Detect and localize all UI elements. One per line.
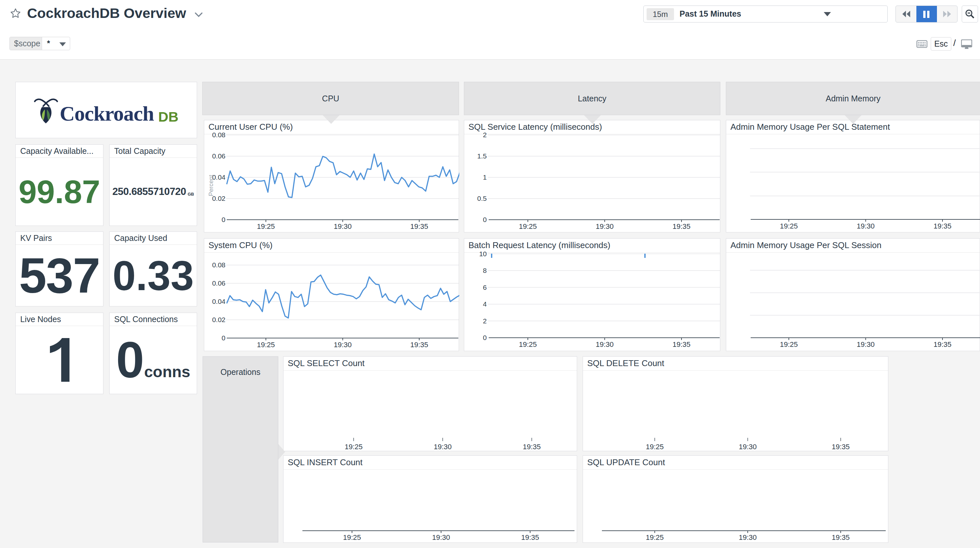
svg-text:19:25: 19:25	[257, 222, 275, 230]
svg-text:19:25: 19:25	[519, 222, 537, 230]
svg-text:0: 0	[483, 216, 487, 223]
svg-text:2: 2	[483, 317, 487, 325]
svg-text:19:25: 19:25	[646, 533, 663, 542]
svg-text:Percent: Percent	[207, 175, 214, 196]
svg-text:0: 0	[221, 216, 226, 223]
svg-text:19:35: 19:35	[410, 222, 428, 230]
svg-text:0: 0	[483, 334, 487, 342]
svg-text:19:25: 19:25	[780, 222, 798, 230]
svg-text:19:30: 19:30	[596, 222, 614, 230]
svg-text:2: 2	[483, 131, 487, 138]
svg-text:19:30: 19:30	[857, 340, 875, 348]
svg-text:0: 0	[221, 334, 226, 342]
svg-text:19:35: 19:35	[410, 341, 428, 349]
svg-text:0.08: 0.08	[212, 261, 226, 268]
svg-text:0.02: 0.02	[212, 316, 226, 323]
svg-text:19:30: 19:30	[857, 222, 875, 230]
svg-text:19:25: 19:25	[343, 533, 361, 542]
svg-text:19:30: 19:30	[738, 443, 757, 451]
svg-text:19:35: 19:35	[672, 222, 690, 230]
svg-text:10: 10	[479, 250, 487, 257]
svg-text:6: 6	[483, 284, 487, 291]
svg-text:0.04: 0.04	[212, 298, 226, 305]
svg-text:0.5: 0.5	[477, 195, 487, 202]
svg-text:8: 8	[483, 267, 487, 274]
svg-text:1: 1	[483, 173, 487, 181]
svg-text:19:35: 19:35	[832, 443, 850, 451]
svg-text:1.5: 1.5	[477, 152, 487, 160]
svg-text:0.06: 0.06	[212, 152, 226, 160]
svg-text:19:30: 19:30	[434, 443, 452, 451]
svg-text:19:30: 19:30	[738, 533, 757, 542]
svg-text:19:30: 19:30	[334, 341, 352, 349]
svg-text:0.06: 0.06	[212, 280, 226, 287]
svg-text:19:25: 19:25	[646, 443, 663, 451]
svg-text:19:35: 19:35	[933, 222, 951, 230]
svg-text:19:30: 19:30	[334, 222, 352, 230]
svg-text:19:25: 19:25	[345, 443, 363, 451]
svg-text:4: 4	[483, 300, 487, 308]
svg-text:19:35: 19:35	[672, 340, 690, 348]
svg-text:19:35: 19:35	[832, 533, 850, 542]
svg-text:19:25: 19:25	[257, 341, 275, 349]
svg-text:19:25: 19:25	[780, 340, 798, 348]
svg-text:19:35: 19:35	[933, 340, 951, 348]
svg-text:19:25: 19:25	[519, 340, 537, 348]
svg-text:19:30: 19:30	[432, 533, 450, 542]
svg-text:19:30: 19:30	[596, 340, 614, 348]
svg-text:19:35: 19:35	[521, 533, 539, 542]
svg-text:0.08: 0.08	[212, 131, 226, 138]
svg-text:19:35: 19:35	[523, 443, 541, 451]
